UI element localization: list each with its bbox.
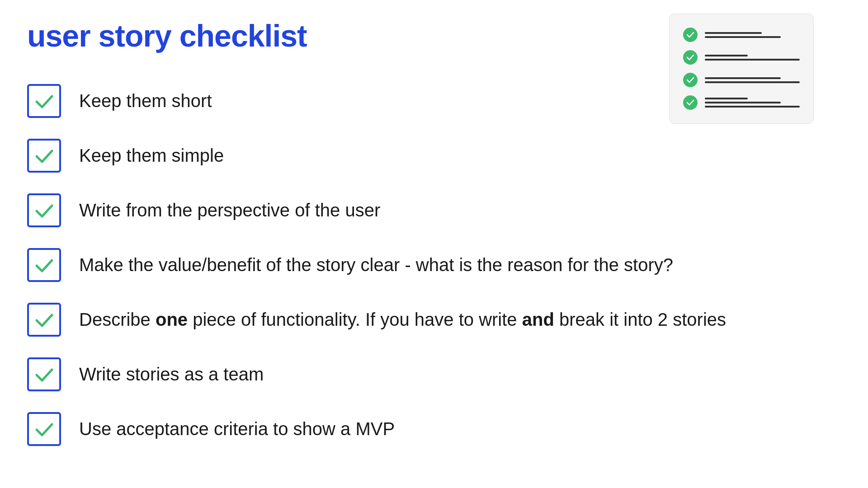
- mini-checklist-item: [683, 50, 800, 65]
- checkmark-svg-6: [33, 363, 56, 386]
- item-text-4: Make the value/benefit of the story clea…: [79, 255, 673, 275]
- item-text-2: Keep them simple: [79, 145, 224, 166]
- item-text-1: Keep them short: [79, 91, 212, 111]
- mini-line: [705, 55, 748, 56]
- checkbox-icon-1: [27, 84, 61, 118]
- list-item: Write from the perspective of the user: [27, 185, 841, 235]
- main-container: user story checklist: [0, 0, 868, 472]
- mini-lines-3: [705, 77, 800, 83]
- mini-lines-2: [705, 55, 800, 61]
- mini-checklist-item: [683, 28, 800, 42]
- mini-check-circle-2: [683, 50, 698, 65]
- list-item: Describe one piece of functionality. If …: [27, 295, 841, 345]
- mini-check-circle-4: [683, 95, 698, 110]
- mini-checklist-item: [683, 95, 800, 110]
- mini-line: [705, 102, 781, 103]
- mini-checklist-item: [683, 73, 800, 87]
- mini-line: [705, 81, 800, 83]
- mini-checkmark-icon-2: [686, 53, 694, 61]
- mini-line: [705, 98, 748, 99]
- checkbox-icon-3: [27, 193, 61, 227]
- mini-checkmark-icon-3: [686, 76, 694, 84]
- mini-check-circle-3: [683, 73, 698, 87]
- list-item: Use acceptance criteria to show a MVP: [27, 404, 841, 454]
- checkbox-icon-4: [27, 248, 61, 282]
- list-item: Make the value/benefit of the story clea…: [27, 240, 841, 290]
- mini-checklist-card: [669, 14, 814, 124]
- checkbox-icon-5: [27, 303, 61, 337]
- item-text-7: Use acceptance criteria to show a MVP: [79, 419, 395, 439]
- mini-line: [705, 59, 800, 61]
- mini-lines-1: [705, 32, 800, 38]
- mini-checkmark-icon-1: [686, 31, 694, 39]
- item-text-6: Write stories as a team: [79, 364, 264, 385]
- checkbox-icon-7: [27, 412, 61, 446]
- checkbox-icon-2: [27, 139, 61, 173]
- checklist: Keep them short Keep them simple Write f…: [27, 76, 841, 454]
- mini-line: [705, 32, 762, 34]
- list-item: Write stories as a team: [27, 349, 841, 399]
- checkbox-icon-6: [27, 357, 61, 391]
- checkmark-svg-3: [33, 199, 56, 222]
- list-item: Keep them simple: [27, 131, 841, 181]
- mini-line: [705, 36, 781, 38]
- mini-checkmark-icon-4: [686, 99, 694, 107]
- checkmark-svg-4: [33, 254, 56, 277]
- mini-line: [705, 77, 781, 79]
- mini-check-circle-1: [683, 28, 698, 42]
- checkmark-svg-5: [33, 309, 56, 331]
- checkmark-svg-1: [33, 90, 56, 113]
- item-text-3: Write from the perspective of the user: [79, 200, 380, 221]
- checkmark-svg-2: [33, 145, 56, 167]
- item-text-5: Describe one piece of functionality. If …: [79, 310, 726, 330]
- mini-lines-4: [705, 98, 800, 108]
- checkmark-svg-7: [33, 418, 56, 441]
- mini-line: [705, 106, 800, 108]
